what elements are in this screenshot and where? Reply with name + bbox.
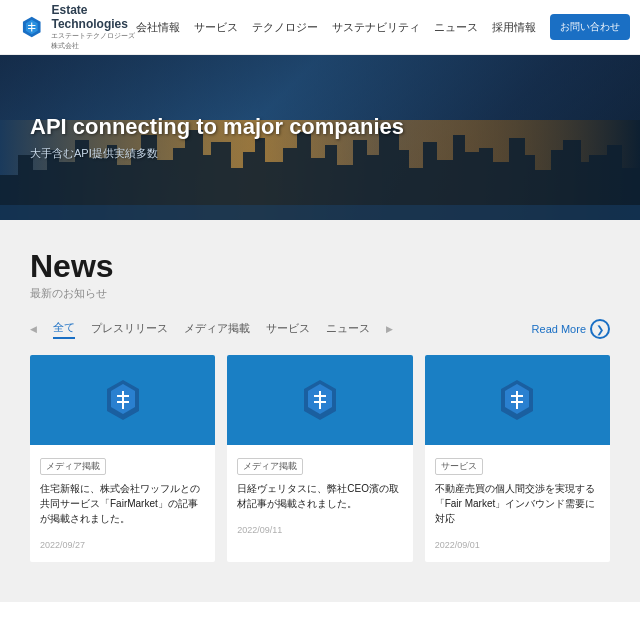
card-body-3: サービス 不動産売買の個人間交渉を実現する「Fair Market」インバウンド…: [425, 445, 610, 562]
nav-company[interactable]: 会社情報: [136, 20, 180, 35]
news-card-2[interactable]: メディア掲載 日経ヴェリタスに、弊社CEO濱の取材記事が掲載されました。 202…: [227, 355, 412, 562]
card-date-2: 2022/09/11: [237, 525, 282, 535]
card-image-2: [227, 355, 412, 445]
nav-service[interactable]: サービス: [194, 20, 238, 35]
hero-subtitle: 大手含むAPI提供実績多数: [30, 146, 610, 161]
card-logo-icon-3: [495, 378, 539, 422]
news-title: News: [30, 250, 610, 282]
logo-text: Estate Technologies エステートテクノロジーズ株式会社: [51, 3, 136, 52]
card-tag-2: メディア掲載: [237, 458, 303, 475]
nav-technology[interactable]: テクノロジー: [252, 20, 318, 35]
logo: Estate Technologies エステートテクノロジーズ株式会社: [20, 3, 136, 52]
card-tag-3: サービス: [435, 458, 483, 475]
card-title-1: 住宅新報に、株式会社ワッフルとの共同サービス「FairMarket」の記事が掲載…: [40, 481, 205, 526]
read-more-link[interactable]: Read More ❯: [532, 319, 610, 339]
hero-section: API connecting to major companies 大手含むAP…: [0, 55, 640, 220]
hero-title: API connecting to major companies: [30, 114, 610, 140]
filter-prev-arrow[interactable]: ◀: [30, 324, 37, 334]
news-filter-bar: ◀ 全て プレスリリース メディア掲載 サービス ニュース ▶ Read Mor…: [30, 319, 610, 339]
card-body-1: メディア掲載 住宅新報に、株式会社ワッフルとの共同サービス「FairMarket…: [30, 445, 215, 562]
nav-sustainability[interactable]: サステナビリティ: [332, 20, 420, 35]
card-image-1: [30, 355, 215, 445]
card-image-3: [425, 355, 610, 445]
filter-media[interactable]: メディア掲載: [184, 321, 250, 338]
card-logo-icon-1: [101, 378, 145, 422]
read-more-label: Read More: [532, 323, 586, 335]
filter-service[interactable]: サービス: [266, 321, 310, 338]
nav-recruit[interactable]: 採用情報: [492, 20, 536, 35]
card-date-1: 2022/09/27: [40, 540, 85, 550]
filter-press[interactable]: プレスリリース: [91, 321, 168, 338]
nav-news[interactable]: ニュース: [434, 20, 478, 35]
logo-name: Estate Technologies: [51, 3, 136, 32]
news-card-3[interactable]: サービス 不動産売買の個人間交渉を実現する「Fair Market」インバウンド…: [425, 355, 610, 562]
services-section: Services サービス: [0, 602, 640, 640]
header: Estate Technologies エステートテクノロジーズ株式会社 会社情…: [0, 0, 640, 55]
read-more-icon: ❯: [590, 319, 610, 339]
news-cards: メディア掲載 住宅新報に、株式会社ワッフルとの共同サービス「FairMarket…: [30, 355, 610, 562]
filter-all[interactable]: 全て: [53, 320, 75, 339]
card-tag-1: メディア掲載: [40, 458, 106, 475]
svg-rect-48: [0, 205, 640, 220]
filter-tabs: ◀ 全て プレスリリース メディア掲載 サービス ニュース ▶: [30, 320, 393, 339]
logo-icon: [20, 11, 43, 43]
card-date-3: 2022/09/01: [435, 540, 480, 550]
card-title-2: 日経ヴェリタスに、弊社CEO濱の取材記事が掲載されました。: [237, 481, 402, 511]
logo-sub: エステートテクノロジーズ株式会社: [51, 31, 136, 51]
news-section: News 最新のお知らせ ◀ 全て プレスリリース メディア掲載 サービス ニュ…: [0, 220, 640, 602]
hero-content: API connecting to major companies 大手含むAP…: [30, 114, 610, 161]
filter-next-arrow[interactable]: ▶: [386, 324, 393, 334]
card-logo-icon-2: [298, 378, 342, 422]
card-title-3: 不動産売買の個人間交渉を実現する「Fair Market」インバウンド需要に対応: [435, 481, 600, 526]
filter-news[interactable]: ニュース: [326, 321, 370, 338]
news-card-1[interactable]: メディア掲載 住宅新報に、株式会社ワッフルとの共同サービス「FairMarket…: [30, 355, 215, 562]
news-subtitle: 最新のお知らせ: [30, 286, 610, 301]
card-body-2: メディア掲載 日経ヴェリタスに、弊社CEO濱の取材記事が掲載されました。 202…: [227, 445, 412, 547]
main-nav: 会社情報 サービス テクノロジー サステナビリティ ニュース 採用情報 お問い合…: [136, 11, 640, 43]
nav-contact[interactable]: お問い合わせ: [550, 14, 630, 40]
